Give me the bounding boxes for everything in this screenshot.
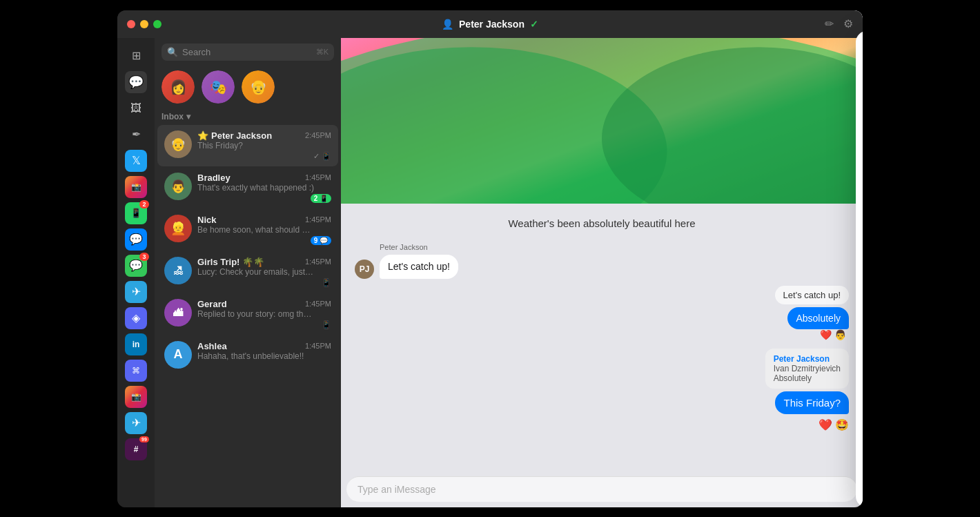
conv-time: 1:45PM <box>305 215 331 224</box>
conv-preview: Hahaha, that's unbelievable!! <box>197 351 315 361</box>
quote-sender-1: Peter Jackson <box>774 354 841 364</box>
conv-preview: This Friday? <box>197 141 315 150</box>
fp-left-icons: 💬 ⊞ 📞 📡 12 🎮 💬 𝕏 🗨 💬 ❝ <box>856 102 863 507</box>
fp-left-icon-speech[interactable]: 💬 <box>860 246 863 268</box>
sidebar-icon-whatsapp[interactable]: 📱 2 <box>125 202 147 224</box>
sidebar-icon-pencil[interactable]: ✒ <box>125 124 147 146</box>
chat-background-image <box>341 38 863 204</box>
fp-left-icon-broadcast[interactable]: 📡 12 <box>860 191 863 213</box>
conv-item-gerard[interactable]: 🏙 Gerard 1:45PM Replied to your story: o… <box>157 293 338 335</box>
close-button[interactable] <box>127 20 135 28</box>
conv-time: 1:45PM <box>305 342 331 350</box>
avatar: 👱 <box>164 215 192 242</box>
avatar: 👴 <box>164 130 192 158</box>
avatar: 🏖 <box>164 257 192 284</box>
conv-item-bradley[interactable]: 👨 Bradley 1:45PM That's exactly what hap… <box>157 167 338 208</box>
conv-time: 1:45PM <box>305 300 331 308</box>
conv-name: Gerard <box>197 299 227 309</box>
search-placeholder: Search <box>182 47 210 57</box>
main-chat: Weather's been absolutely beautiful here… <box>341 10 863 507</box>
conv-name: Nick <box>197 215 216 225</box>
story-2[interactable]: 🎭 <box>202 70 235 104</box>
sidebar-icon-telegram[interactable]: ✈ <box>125 281 147 303</box>
conv-body: Nick 1:45PM Be home soon, what should we… <box>197 215 331 245</box>
chat-messages: Weather's been absolutely beautiful here… <box>341 204 863 471</box>
fp-left-icon-chat[interactable]: 💬 <box>860 108 863 130</box>
search-icon: 🔍 <box>167 47 178 57</box>
quote-text: Absolutely <box>774 373 841 383</box>
sidebar-icon-chat[interactable]: 💬 <box>125 71 147 93</box>
fp-left-icon-phone[interactable]: 📞 <box>860 163 863 185</box>
story-1[interactable]: 👩 <box>161 70 195 104</box>
conv-time: 1:45PM <box>305 257 331 266</box>
maximize-button[interactable] <box>153 20 161 28</box>
sidebar-icon-linkedin[interactable]: in <box>125 333 147 355</box>
message-reactions: ❤️ 👨 <box>820 329 846 340</box>
conv-body: ⭐ Peter Jackson 2:45PM This Friday? ✓ 📱 <box>197 130 331 161</box>
fp-left-icon-grid[interactable]: ⊞ <box>860 135 863 157</box>
minimize-button[interactable] <box>140 20 148 28</box>
conv-preview: That's exactly what happened :) <box>197 183 315 193</box>
sidebar-icon-messages[interactable]: 💬 3 <box>125 255 147 277</box>
conv-item-peter-jackson[interactable]: 👴 ⭐ Peter Jackson 2:45PM This Friday? ✓ … <box>157 125 338 166</box>
avatar: 👨 <box>164 173 192 200</box>
message-avatar: PJ <box>355 260 374 279</box>
sidebar-icon-instagram2[interactable]: 📸 <box>125 386 147 408</box>
weather-caption: Weather's been absolutely beautiful here <box>355 215 849 236</box>
conv-time: 1:45PM <box>305 173 331 182</box>
conv-item-nick[interactable]: 👱 Nick 1:45PM Be home soon, what should … <box>157 209 338 251</box>
conv-body: Bradley 1:45PM That's exactly what happe… <box>197 173 331 203</box>
title-avatar-icon: 👤 <box>442 19 453 30</box>
inbox-label: Inbox ▾ <box>155 109 341 124</box>
conv-item-girls-trip[interactable]: 🏖 Girls Trip! 🌴🌴 1:45PM Lucy: Check your… <box>157 251 338 293</box>
story-row: 👩 🎭 👴 <box>155 65 341 109</box>
conversations-panel: 🔍 Search ⌘K 👩 🎭 👴 Inbox ▾ 👴 <box>155 10 341 507</box>
message-sender: Peter Jackson <box>380 243 458 251</box>
message-bubble-sent: Absolutely ❤️ 👨 <box>787 307 849 329</box>
sidebar-icon-instagram[interactable]: 📸 <box>125 176 147 198</box>
sidebar-icon-twitter[interactable]: 𝕏 <box>125 150 147 172</box>
compose-icon[interactable]: ✏ <box>825 17 834 30</box>
sidebar-icon-telegram2[interactable]: ✈ <box>125 412 147 434</box>
quoted-message-preview: Peter Jackson Ivan Dzmitryievich Absolut… <box>765 349 849 389</box>
sidebar-icon-slack[interactable]: # 99 <box>125 438 147 460</box>
title-bar: 👤 Peter Jackson ✓ ✏ ⚙ <box>117 10 863 38</box>
quoted-message-group: Peter Jackson Ivan Dzmitryievich Absolut… <box>355 349 849 431</box>
message-row: PJ Peter Jackson Let's catch up! <box>355 243 849 280</box>
fp-left-icon-twitter[interactable]: 𝕏 <box>860 273 863 295</box>
conv-body: Gerard 1:45PM Replied to your story: omg… <box>197 299 331 329</box>
sidebar-icon-layers[interactable]: ⊞ <box>125 45 147 67</box>
conversation-list: 👴 ⭐ Peter Jackson 2:45PM This Friday? ✓ … <box>155 124 341 507</box>
chat-input-placeholder: Type an iMessage <box>357 484 436 495</box>
fp-left-icon-thread[interactable]: 🗨 <box>860 301 863 323</box>
conv-body: Ashlea 1:45PM Hahaha, that's unbelievabl… <box>197 341 331 361</box>
window-title: Peter Jackson <box>459 19 525 30</box>
chat-input-bar[interactable]: Type an iMessage <box>346 476 857 502</box>
message-bubble-group: Peter Jackson Let's catch up! <box>380 243 458 280</box>
fp-left-icon-quote[interactable]: ❝ <box>860 356 863 378</box>
fp-left-icon-messenger[interactable]: 💬 <box>860 329 863 351</box>
title-bar-center: 👤 Peter Jackson ✓ <box>442 19 538 30</box>
fp-content: 💬 ⊞ 📞 📡 12 🎮 💬 𝕏 🗨 💬 ❝ MH <box>856 102 863 507</box>
search-shortcut: ⌘K <box>316 48 329 57</box>
title-bar-actions: ✏ ⚙ <box>825 17 853 30</box>
settings-icon[interactable]: ⚙ <box>843 17 853 30</box>
fp-left-icon-game[interactable]: 🎮 <box>860 218 863 240</box>
sidebar-icon-source[interactable]: ◈ <box>125 307 147 329</box>
story-3[interactable]: 👴 <box>242 70 275 104</box>
sent-group: Let's catch up! Absolutely ❤️ 👨 <box>355 286 849 329</box>
sidebar-icons: ⊞ 💬 🖼 ✒ 𝕏 📸 📱 2 💬 💬 3 ✈ ◈ in ⌘ 📸 ✈ # 99 <box>117 10 155 507</box>
search-bar[interactable]: 🔍 Search ⌘K <box>161 43 334 61</box>
sidebar-icon-image[interactable]: 🖼 <box>125 97 147 119</box>
sidebar-icon-discord[interactable]: ⌘ <box>125 360 147 382</box>
conv-item-ashlea[interactable]: A Ashlea 1:45PM Hahaha, that's unbelieva… <box>157 335 338 374</box>
conv-body: Girls Trip! 🌴🌴 1:45PM Lucy: Check your e… <box>197 257 331 287</box>
sidebar-icon-messenger[interactable]: 💬 <box>125 228 147 251</box>
conv-preview: Replied to your story: omg that looks in… <box>197 309 315 319</box>
avatar: 🏙 <box>164 299 192 326</box>
conv-preview: Lucy: Check your emails, just sent out s… <box>197 267 315 277</box>
message-bubble: Let's catch up! <box>380 255 458 280</box>
avatar: A <box>164 341 192 369</box>
app-window: 👤 Peter Jackson ✓ ✏ ⚙ ⊞ 💬 🖼 ✒ 𝕏 📸 📱 2 💬 … <box>117 10 863 507</box>
message-emoji-reactions: ❤️ 🤩 <box>819 418 849 431</box>
